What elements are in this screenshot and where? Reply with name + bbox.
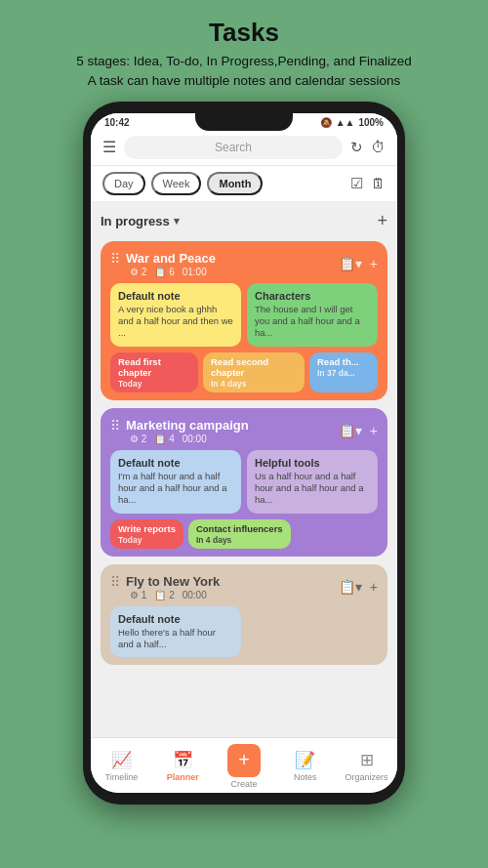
bottom-nav: 📈 Timeline 📅 Planner + Create 📝 Notes ⊞ …	[91, 737, 397, 793]
note-body: Us a half hour and a half hour and a hal…	[255, 471, 370, 507]
task-copy-icon[interactable]: 📋▾	[339, 579, 362, 595]
note-card[interactable]: Characters The house and I will get you …	[247, 283, 378, 347]
check-icon[interactable]: ☑	[350, 175, 363, 192]
session-date: Today	[118, 379, 190, 389]
nav-item-planner[interactable]: 📅 Planner	[161, 750, 204, 782]
task-title-row: ⠿ Fly to New York	[110, 574, 220, 590]
task-title-row: ⠿ Marketing campaign	[110, 418, 249, 434]
task-name: Marketing campaign	[126, 418, 249, 433]
task-add-icon[interactable]: +	[370, 579, 378, 595]
session-chip[interactable]: Write reports Today	[110, 519, 183, 549]
section-add-button[interactable]: +	[377, 211, 387, 231]
create-icon: +	[238, 749, 250, 771]
phone-notch	[195, 113, 293, 131]
session-chip[interactable]: Read th... In 37 da...	[309, 352, 378, 393]
session-label: Read second chapter	[211, 356, 297, 378]
task-header: ⠿ War and Peace ⚙ 2 📋 6 01:00 📋▾ +	[110, 251, 378, 277]
section-label: In progress ▾	[101, 214, 180, 228]
nav-item-notes[interactable]: 📝 Notes	[284, 750, 327, 782]
session-label: Write reports	[118, 523, 176, 534]
tab-week[interactable]: Week	[151, 172, 202, 195]
task-add-icon[interactable]: +	[370, 423, 378, 438]
nav-label-notes: Notes	[294, 772, 317, 782]
task-add-icon[interactable]: +	[370, 256, 378, 271]
calendar-icon[interactable]: 🗓	[371, 175, 386, 192]
battery-level: 100%	[358, 117, 384, 128]
task-copy-icon[interactable]: 📋▾	[339, 256, 362, 271]
nav-item-organizers[interactable]: ⊞ Organizers	[346, 750, 388, 782]
session-date: Today	[118, 535, 176, 545]
page-title: Tasks	[76, 18, 411, 48]
task-card-war-peace: ⠿ War and Peace ⚙ 2 📋 6 01:00 📋▾ +	[101, 241, 387, 400]
nav-label-create: Create	[230, 779, 257, 789]
session-chip[interactable]: Read second chapter In 4 days	[203, 352, 305, 393]
task-meta: ⚙ 2 📋 6 01:00	[130, 267, 216, 277]
sessions-row: Read first chapter Today Read second cha…	[110, 352, 378, 393]
session-chip[interactable]: Read first chapter Today	[110, 352, 198, 393]
task-title-row: ⠿ War and Peace	[110, 251, 216, 267]
session-date: In 37 da...	[317, 368, 370, 378]
note-card[interactable]: Default note Hello there's a half hour a…	[110, 606, 241, 658]
timer-icon[interactable]: ⏱	[371, 139, 386, 155]
phone-frame: 10:42 🔕 ▲▲ 100% ☰ Search ↻ ⏱ Day Week Mo…	[83, 102, 405, 805]
note-title: Default note	[118, 457, 233, 469]
session-label: Read th...	[317, 356, 370, 367]
section-title: In progress	[101, 214, 170, 228]
task-meta: ⚙ 2 📋 4 00:00	[130, 434, 249, 444]
tab-actions: ☑ 🗓	[350, 175, 386, 192]
task-meta-tasks: ⚙ 2	[130, 434, 146, 444]
drag-handle-icon[interactable]: ⠿	[110, 574, 120, 590]
tab-month[interactable]: Month	[207, 172, 263, 195]
note-card[interactable]: Default note A very nice book a ghhh and…	[110, 283, 241, 347]
note-card[interactable]: Default note I'm a half hour and a half …	[110, 450, 241, 514]
nav-item-create[interactable]: + Create	[223, 744, 265, 789]
task-meta: ⚙ 1 📋 2 00:00	[130, 590, 220, 600]
task-card-fly-new-york: ⠿ Fly to New York ⚙ 1 📋 2 00:00 📋▾ +	[101, 564, 387, 666]
sessions-row: Write reports Today Contact influencers …	[110, 519, 378, 549]
task-header: ⠿ Marketing campaign ⚙ 2 📋 4 00:00 📋▾ +	[110, 418, 378, 444]
drag-handle-icon[interactable]: ⠿	[110, 251, 120, 267]
task-actions: 📋▾ +	[339, 256, 378, 271]
nav-item-timeline[interactable]: 📈 Timeline	[100, 750, 142, 782]
menu-icon[interactable]: ☰	[102, 138, 116, 156]
top-bar: ☰ Search ↻ ⏱	[91, 130, 397, 166]
task-copy-icon[interactable]: 📋▾	[339, 423, 362, 438]
task-name: Fly to New York	[126, 574, 220, 589]
tab-day[interactable]: Day	[102, 172, 145, 195]
task-meta-notes: 📋 6	[154, 267, 174, 277]
task-meta-time: 00:00	[183, 434, 207, 444]
organizers-icon: ⊞	[360, 750, 374, 770]
session-label: Contact influencers	[196, 523, 283, 534]
task-actions: 📋▾ +	[339, 423, 378, 438]
note-body: A very nice book a ghhh and a half hour …	[118, 304, 233, 340]
note-body: I'm a half hour and a half hour and a ha…	[118, 471, 233, 507]
note-body: The house and I will get you and a half …	[255, 304, 370, 340]
page-header: Tasks 5 stages: Idea, To-do, In Progress…	[57, 0, 430, 102]
status-right: 🔕 ▲▲ 100%	[320, 117, 384, 128]
nav-label-timeline: Timeline	[105, 772, 139, 782]
session-chip[interactable]: Contact influencers In 4 days	[188, 519, 291, 549]
page-subtitle: 5 stages: Idea, To-do, In Progress,Pendi…	[76, 52, 411, 92]
nav-label-planner: Planner	[167, 772, 199, 782]
refresh-icon[interactable]: ↻	[350, 139, 363, 156]
task-title-group: ⠿ War and Peace ⚙ 2 📋 6 01:00	[110, 251, 216, 277]
task-card-marketing: ⠿ Marketing campaign ⚙ 2 📋 4 00:00 📋▾ +	[101, 408, 387, 557]
session-date: In 4 days	[211, 379, 297, 389]
notes-grid: Default note I'm a half hour and a half …	[110, 450, 378, 514]
note-body: Hello there's a half hour and a half...	[118, 627, 233, 651]
notes-icon: 📝	[295, 750, 315, 770]
note-title: Characters	[255, 290, 370, 302]
task-meta-tasks: ⚙ 2	[130, 267, 146, 277]
dropdown-arrow-icon[interactable]: ▾	[174, 215, 180, 227]
section-header: In progress ▾ +	[101, 209, 387, 233]
create-button[interactable]: +	[227, 744, 261, 777]
note-title: Default note	[118, 290, 233, 302]
nav-label-organizers: Organizers	[346, 772, 388, 782]
note-card[interactable]: Helpful tools Us a half hour and a half …	[247, 450, 378, 514]
search-box[interactable]: Search	[124, 136, 343, 159]
task-title-group: ⠿ Fly to New York ⚙ 1 📋 2 00:00	[110, 574, 220, 600]
wifi-icon: ▲▲	[336, 117, 355, 128]
planner-icon: 📅	[173, 750, 193, 770]
drag-handle-icon[interactable]: ⠿	[110, 418, 120, 434]
content-area: In progress ▾ + ⠿ War and Peace ⚙ 2	[91, 201, 397, 737]
